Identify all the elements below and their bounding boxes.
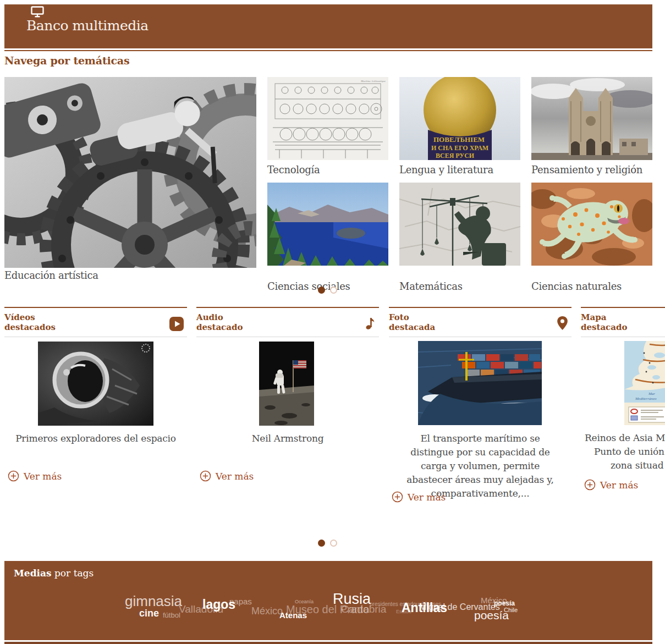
location-pin-icon xyxy=(557,316,568,331)
header-divider xyxy=(4,50,652,51)
featured-foto-caption: El transporte marítimo se distingue por … xyxy=(398,432,563,500)
foto-column-underline xyxy=(389,337,571,337)
tematica-tile-lengua-literatura[interactable]: ПОВЕЛѢНІЕМ И СНА ЕГО ХРАМ ВСЕЯ РУСИ xyxy=(399,77,520,160)
tematica-label[interactable]: Ciencias naturales xyxy=(531,280,622,292)
tematica-tile-ciencias-sociales[interactable] xyxy=(267,183,388,266)
monitor-icon xyxy=(31,6,44,18)
tematica-tile-pensamiento-religion[interactable] xyxy=(531,77,652,160)
tematicas-carousel-dot-1[interactable] xyxy=(318,287,325,294)
foto-column-rule xyxy=(389,307,571,308)
tag-atenas[interactable]: Atenas xyxy=(279,611,307,619)
tag-poesía[interactable]: poesía xyxy=(474,609,509,621)
tematica-label[interactable]: Ciencias sociales xyxy=(267,280,350,292)
featured-mapa-thumbnail[interactable]: Mar Mediterráneo xyxy=(624,341,665,425)
tematica-label[interactable]: Educación artística xyxy=(4,269,98,281)
mapa-column-title: Mapa destacado xyxy=(581,312,627,332)
featured-mapa-caption-line: Punto de unión d xyxy=(594,446,665,457)
featured-mapa-caption-line: Reinos de Asia Me xyxy=(585,432,665,443)
tematicas-carousel-dot-2[interactable] xyxy=(330,287,337,294)
featured-audio-caption: Neil Armstrong xyxy=(196,432,379,445)
banco-multimedia-page: Banco multimedia Navega por temáticas xyxy=(0,0,665,644)
tecnologia-image: Machine Arithmetique xyxy=(267,77,388,160)
audio-column-underline xyxy=(196,337,379,337)
container-ship-image xyxy=(418,341,542,425)
tematica-tile-tecnologia[interactable]: Machine Arithmetique xyxy=(267,77,388,160)
plus-circle-icon xyxy=(200,470,211,482)
audio-column-title: Audio destacado xyxy=(196,312,243,332)
tematica-label[interactable]: Lengua y literatura xyxy=(399,164,493,175)
featured-carousel-dot-2[interactable] xyxy=(330,540,337,547)
footer-title-bold: Medias xyxy=(14,568,52,579)
tag-fútbol[interactable]: fútbol xyxy=(163,612,180,619)
audio-column-rule xyxy=(196,307,379,308)
videos-column-rule xyxy=(4,307,187,308)
educacion-artistica-image xyxy=(4,77,256,268)
lengua-literatura-image: ПОВЕЛѢНІЕМ И СНА ЕГО ХРАМ ВСЕЯ РУСИ xyxy=(399,77,520,160)
featured-video-thumbnail[interactable] xyxy=(38,342,153,426)
featured-audio-thumbnail[interactable] xyxy=(259,342,314,426)
tematica-label[interactable]: Matemáticas xyxy=(399,280,463,292)
tematica-tile-educacion-artistica[interactable] xyxy=(4,77,256,268)
plus-circle-icon xyxy=(584,479,596,491)
cosmonaut-video-image xyxy=(38,342,153,426)
play-icon xyxy=(169,317,184,331)
featured-foto-thumbnail[interactable] xyxy=(418,341,542,425)
foto-column-title: Foto destacada xyxy=(389,312,435,332)
svg-text:ВСЕЯ РУСИ: ВСЕЯ РУСИ xyxy=(436,152,475,159)
svg-text:ПОВЕЛѢНІЕМ: ПОВЕЛѢНІЕМ xyxy=(433,135,485,144)
svg-text:И СНА ЕГО ХРАМ: И СНА ЕГО ХРАМ xyxy=(431,144,488,152)
videos-ver-mas-link[interactable]: Ver más xyxy=(8,470,62,482)
tag-cine[interactable]: cine xyxy=(139,608,159,618)
svg-text:Mar: Mar xyxy=(648,392,655,396)
tag-poesía[interactable]: poesía xyxy=(494,600,515,607)
mapa-column-underline xyxy=(581,337,665,337)
matematicas-image xyxy=(399,183,520,266)
ciencias-sociales-image xyxy=(267,183,388,266)
tag-papas[interactable]: papas xyxy=(229,597,252,606)
mapa-column-rule xyxy=(581,307,665,308)
foto-ver-mas-link[interactable]: Ver más xyxy=(392,491,446,503)
svg-text:Mediterráneo: Mediterráneo xyxy=(635,397,657,401)
ciencias-naturales-image xyxy=(531,183,652,266)
tag-estado[interactable]: Estado xyxy=(396,609,411,614)
featured-mapa-caption-line: zona situad xyxy=(611,460,663,471)
asia-menor-map-image: Mar Mediterráneo xyxy=(624,341,665,425)
page-title: Banco multimedia xyxy=(26,18,149,34)
mapa-ver-mas-link[interactable]: Ver más xyxy=(584,479,638,491)
videos-column-underline xyxy=(4,337,187,337)
plus-circle-icon xyxy=(392,491,403,503)
svg-text:Machine Arithmetique: Machine Arithmetique xyxy=(360,80,386,82)
medias-footer: Medias por tags gimnasiacinefútbolVallad… xyxy=(4,561,652,640)
footer-next-section-edge xyxy=(4,642,652,644)
videos-column-title: Vídeos destacados xyxy=(4,312,56,332)
plus-circle-icon xyxy=(8,470,19,482)
featured-video-caption: Primeros exploradores del espacio xyxy=(4,432,187,445)
footer-title: Medias por tags xyxy=(14,568,94,579)
featured-carousel-dot-1[interactable] xyxy=(318,540,325,547)
tematicas-heading: Navega por temáticas xyxy=(4,54,129,67)
moon-landing-image xyxy=(259,342,314,426)
footer-title-rest: por tags xyxy=(52,568,94,579)
tag-méxico[interactable]: México xyxy=(251,606,283,616)
tag-gimnasia[interactable]: gimnasia xyxy=(125,594,182,608)
tematica-tile-matematicas[interactable] xyxy=(399,183,520,266)
tematica-tile-ciencias-naturales[interactable] xyxy=(531,183,652,266)
tematica-label[interactable]: Tecnología xyxy=(267,164,320,175)
music-note-icon xyxy=(363,316,377,330)
pensamiento-religion-image xyxy=(531,77,652,160)
audio-ver-mas-link[interactable]: Ver más xyxy=(200,470,254,482)
header-bar: Banco multimedia xyxy=(4,4,652,48)
tematica-label[interactable]: Pensamiento y religión xyxy=(531,164,642,175)
